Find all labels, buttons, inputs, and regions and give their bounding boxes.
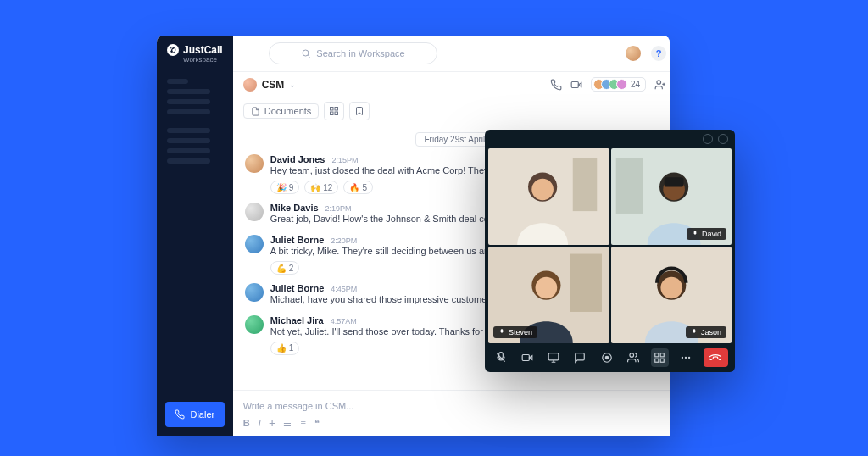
bold-button[interactable]: B — [243, 418, 250, 429]
tab-documents-label: Documents — [264, 106, 312, 116]
message-author: Juliet Borne — [270, 235, 325, 245]
svg-rect-31 — [655, 353, 659, 357]
video-icon[interactable] — [570, 79, 582, 91]
message-time: 4:57AM — [331, 317, 357, 325]
svg-point-29 — [605, 356, 609, 359]
search-input[interactable]: Search in Workspace — [269, 42, 438, 64]
reaction[interactable]: 👍1 — [270, 342, 300, 355]
call-icon[interactable] — [550, 79, 562, 91]
svg-point-12 — [531, 179, 554, 201]
tab-board[interactable] — [324, 102, 344, 120]
message-avatar — [245, 154, 264, 173]
svg-rect-33 — [655, 359, 659, 362]
mute-button[interactable] — [492, 348, 509, 367]
share-screen-button[interactable] — [545, 348, 563, 367]
svg-rect-17 — [664, 177, 683, 186]
member-pill[interactable]: 24 — [591, 77, 646, 92]
member-count: 24 — [631, 80, 640, 89]
svg-rect-10 — [573, 158, 598, 211]
message-author: Michael Jira — [270, 315, 324, 325]
message-avatar — [245, 235, 264, 253]
participants-button[interactable] — [624, 348, 642, 367]
message-time: 2:19PM — [326, 204, 352, 213]
video-tile[interactable]: Jason — [611, 247, 732, 343]
numbered-list-button[interactable]: ≡ — [300, 418, 305, 429]
video-grid: David Steven Jason — [485, 148, 735, 343]
layout-button[interactable] — [651, 348, 669, 367]
message-author: Mike Davis — [270, 203, 319, 213]
search-icon — [301, 48, 311, 58]
message-avatar — [245, 283, 264, 302]
reaction[interactable]: 🙌12 — [304, 181, 338, 194]
hangup-button[interactable] — [704, 348, 728, 367]
svg-point-2 — [657, 80, 661, 84]
record-button[interactable] — [598, 348, 615, 367]
tab-bookmark[interactable] — [349, 102, 370, 120]
dialer-button[interactable]: Dialer — [165, 402, 225, 427]
svg-point-30 — [630, 353, 634, 358]
camera-button[interactable] — [518, 348, 536, 367]
document-icon — [251, 107, 260, 116]
svg-rect-5 — [331, 108, 334, 111]
svg-rect-34 — [660, 359, 664, 362]
svg-point-0 — [303, 50, 309, 56]
brand-name: JustCall — [183, 44, 223, 56]
video-tile[interactable]: Steven — [488, 247, 609, 343]
video-tile[interactable]: David — [611, 148, 732, 245]
reaction[interactable]: 🔥5 — [343, 181, 373, 194]
sidebar-nav-placeholder — [157, 72, 233, 170]
svg-rect-19 — [570, 254, 602, 312]
brand-subtitle: Workspace — [183, 56, 223, 64]
svg-rect-26 — [522, 355, 529, 361]
composer-toolbar: B I T ☰ ≡ ❝ — [243, 418, 666, 429]
svg-rect-1 — [571, 81, 578, 87]
message-time: 4:45PM — [331, 285, 357, 293]
svg-point-36 — [685, 357, 687, 359]
participant-label: Steven — [493, 326, 537, 338]
help-icon[interactable]: ? — [651, 46, 666, 61]
svg-point-35 — [682, 357, 683, 359]
reaction[interactable]: 🎉9 — [270, 181, 300, 194]
dialer-label: Dialer — [190, 409, 214, 420]
sidebar: ✆ JustCall Workspace Dialer — [157, 36, 233, 436]
channel-actions: 24 — [550, 77, 666, 92]
user-avatar[interactable] — [626, 46, 641, 61]
composer-input[interactable]: Write a message in CSM... — [243, 398, 666, 418]
bullet-list-button[interactable]: ☰ — [283, 418, 292, 429]
message-author: Juliet Borne — [270, 283, 325, 293]
more-button[interactable] — [677, 348, 695, 367]
video-call-window[interactable]: David Steven Jason — [485, 130, 735, 372]
svg-rect-27 — [548, 353, 559, 360]
participant-label: David — [687, 228, 726, 240]
svg-point-37 — [688, 357, 690, 359]
chat-button[interactable] — [571, 348, 589, 367]
svg-rect-7 — [331, 112, 334, 115]
svg-rect-6 — [335, 108, 338, 111]
svg-rect-32 — [660, 353, 664, 357]
strike-button[interactable]: T — [270, 418, 275, 429]
add-member-icon[interactable] — [654, 79, 666, 91]
message-time: 2:20PM — [331, 236, 357, 245]
italic-button[interactable]: I — [259, 418, 261, 429]
svg-point-24 — [660, 277, 682, 299]
channel-bar: CSM ⌄ 24 — [233, 72, 670, 97]
message-avatar — [245, 203, 264, 221]
search-placeholder: Search in Workspace — [316, 48, 404, 58]
video-tile[interactable] — [488, 148, 609, 245]
video-call-titlebar — [485, 130, 735, 148]
minimize-icon[interactable] — [703, 134, 713, 144]
participant-label: Jason — [686, 326, 726, 338]
brand-block: ✆ JustCall Workspace — [157, 36, 233, 72]
message-avatar — [245, 315, 264, 334]
reaction[interactable]: 💪2 — [270, 261, 300, 275]
quote-button[interactable]: ❝ — [314, 418, 320, 429]
chevron-down-icon[interactable]: ⌄ — [289, 81, 296, 89]
channel-name[interactable]: CSM — [262, 79, 285, 91]
tab-documents[interactable]: Documents — [243, 103, 320, 119]
expand-icon[interactable] — [718, 134, 728, 144]
video-call-toolbar — [485, 343, 735, 372]
message-time: 2:15PM — [332, 156, 359, 164]
channel-avatar — [243, 78, 257, 92]
message-composer: Write a message in CSM... B I T ☰ ≡ ❝ — [233, 390, 670, 436]
svg-point-21 — [536, 277, 558, 299]
